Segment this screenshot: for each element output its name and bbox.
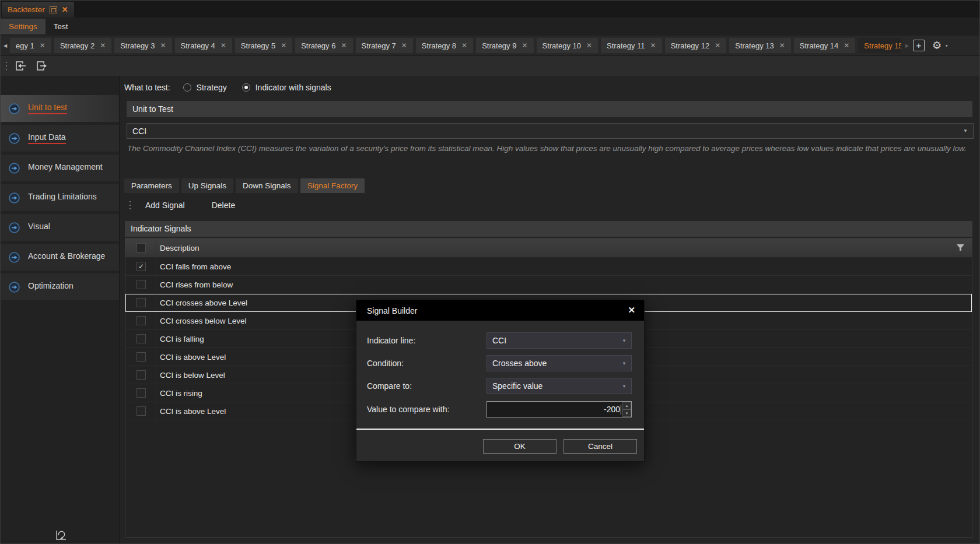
- row-checkbox[interactable]: [136, 334, 146, 343]
- tab-parameters[interactable]: Parameters: [124, 178, 179, 193]
- table-row[interactable]: CCI rises from below: [125, 276, 972, 294]
- close-icon[interactable]: ✕: [160, 41, 166, 50]
- row-checkbox[interactable]: [136, 316, 146, 325]
- cancel-button[interactable]: Cancel: [564, 439, 637, 454]
- gear-icon[interactable]: ⚙: [932, 38, 942, 52]
- row-checkbox[interactable]: [136, 298, 146, 307]
- strategy-tab[interactable]: Strategy 11✕: [601, 38, 662, 53]
- close-icon[interactable]: ✕: [341, 41, 346, 50]
- sidebar-item-input-data[interactable]: Input Data: [1, 125, 119, 152]
- tab-settings[interactable]: Settings: [1, 19, 46, 34]
- radio-option-indicator-with-signals[interactable]: Indicator with signals: [242, 83, 331, 92]
- refresh-icon[interactable]: [54, 528, 67, 541]
- strategy-tab[interactable]: Strategy 6✕: [295, 38, 352, 53]
- field-number-input[interactable]: -200▲▼: [487, 401, 632, 417]
- strategy-tab[interactable]: Strategy 10✕: [537, 38, 598, 53]
- field-dropdown[interactable]: CCI▼: [487, 332, 632, 349]
- select-all-checkbox[interactable]: [136, 243, 146, 252]
- toolbar-grip[interactable]: [5, 61, 8, 71]
- tab-signal-factory[interactable]: Signal Factory: [300, 178, 365, 193]
- scroll-right-icon[interactable]: ▶: [902, 36, 912, 55]
- signal-description: CCI is above Level: [160, 353, 226, 362]
- field-dropdown[interactable]: Crosses above▼: [487, 355, 632, 371]
- sidebar-item-trading-limitations[interactable]: Trading Limitations: [1, 184, 119, 211]
- signals-table-header[interactable]: Description: [125, 238, 972, 258]
- row-checkbox[interactable]: [136, 406, 146, 416]
- strategy-tab[interactable]: Strategy 5✕: [235, 38, 292, 53]
- close-icon[interactable]: ✕: [844, 41, 849, 50]
- restore-window-icon[interactable]: [50, 6, 57, 13]
- sidebar-item-unit-to-test[interactable]: Unit to test: [1, 95, 119, 122]
- dropdown-value[interactable]: CCI▼: [487, 332, 632, 349]
- add-signal-button[interactable]: Add Signal: [137, 201, 193, 210]
- strategy-tab[interactable]: Strategy 14✕: [794, 38, 856, 53]
- close-icon[interactable]: ✕: [586, 41, 592, 50]
- sidebar-item-account-brokerage[interactable]: Account & Brokerage: [1, 244, 119, 271]
- row-checkbox[interactable]: ✓: [136, 262, 146, 271]
- import-settings-button[interactable]: [13, 59, 27, 73]
- number-input[interactable]: -200▲▼: [487, 401, 632, 417]
- close-icon[interactable]: ✕: [779, 41, 785, 50]
- strategy-tab[interactable]: Strategy 12✕: [665, 38, 727, 53]
- close-icon[interactable]: ✕: [281, 41, 286, 50]
- delete-signal-button[interactable]: Delete: [204, 201, 243, 210]
- close-icon[interactable]: ✕: [715, 41, 720, 50]
- strategy-tab[interactable]: Strategy 2✕: [54, 38, 111, 53]
- sidebar-item-money-management[interactable]: Money Management: [1, 155, 119, 181]
- export-settings-button[interactable]: [34, 59, 48, 73]
- close-icon[interactable]: ✕: [40, 41, 46, 50]
- strategy-tab[interactable]: egy 1✕: [10, 38, 51, 53]
- dropdown-value[interactable]: Crosses above▼: [487, 355, 632, 371]
- close-icon[interactable]: ✕: [522, 41, 527, 50]
- text-cursor: [621, 405, 621, 415]
- filter-icon[interactable]: [956, 244, 965, 252]
- doc-tab-backtester[interactable]: Backtester ✕: [2, 2, 74, 17]
- strategy-tab[interactable]: Strategy 9✕: [476, 38, 533, 53]
- strategy-tab-label: Strategy 5: [241, 41, 275, 50]
- close-icon[interactable]: ✕: [220, 41, 226, 50]
- sidebar-item-optimization[interactable]: Optimization: [1, 273, 119, 300]
- ok-button[interactable]: OK: [483, 439, 556, 454]
- sidebar-item-visual[interactable]: Visual: [1, 214, 119, 241]
- row-checkbox[interactable]: [136, 370, 146, 380]
- close-icon[interactable]: ✕: [100, 41, 106, 50]
- spin-down-button[interactable]: ▼: [622, 409, 631, 417]
- close-icon[interactable]: ✕: [628, 305, 635, 315]
- close-icon[interactable]: ✕: [401, 41, 407, 50]
- strategy-tab[interactable]: Strategy 15✕: [858, 38, 901, 53]
- unit-combobox[interactable]: CCI ▼: [127, 123, 974, 139]
- tab-up-signals[interactable]: Up Signals: [181, 178, 233, 193]
- close-icon[interactable]: ✕: [62, 5, 68, 14]
- table-row[interactable]: ✓CCI falls from above: [125, 258, 972, 276]
- row-checkbox[interactable]: [136, 280, 146, 289]
- dialog-titlebar[interactable]: Signal Builder: [356, 300, 644, 321]
- add-strategy-button[interactable]: +: [913, 40, 925, 51]
- arrow-circle-icon: [8, 281, 20, 293]
- signal-description: CCI is falling: [160, 335, 204, 343]
- tab-down-signals[interactable]: Down Signals: [236, 178, 298, 193]
- strategy-tab[interactable]: Strategy 8✕: [416, 38, 473, 53]
- settings-sidebar: Unit to testInput DataMoney ManagementTr…: [1, 76, 120, 544]
- radio-option-strategy[interactable]: Strategy: [183, 83, 227, 92]
- strategy-tab[interactable]: Strategy 4✕: [175, 38, 232, 53]
- row-checkbox[interactable]: [136, 388, 146, 398]
- tab-test[interactable]: Test: [46, 19, 76, 34]
- signal-toolbar-grip[interactable]: [129, 200, 131, 210]
- chevron-down-icon: ▼: [622, 361, 626, 366]
- field-dropdown[interactable]: Specific value▼: [487, 378, 632, 394]
- close-icon[interactable]: ✕: [650, 41, 656, 50]
- description-column-header: Description: [160, 244, 200, 252]
- strategy-tab[interactable]: Strategy 7✕: [356, 38, 413, 53]
- scroll-left-icon[interactable]: ◀: [1, 36, 10, 55]
- strategy-settings-group[interactable]: ⚙ ▼: [932, 38, 949, 52]
- close-icon[interactable]: ✕: [461, 41, 467, 50]
- chevron-down-icon[interactable]: ▼: [944, 44, 949, 48]
- signal-tabs: ParametersUp SignalsDown SignalsSignal F…: [124, 178, 365, 193]
- strategy-tab[interactable]: Strategy 3✕: [114, 38, 172, 53]
- spin-up-button[interactable]: ▲: [622, 402, 631, 409]
- strategy-tab[interactable]: Strategy 13✕: [729, 38, 791, 53]
- dropdown-value[interactable]: Specific value▼: [487, 378, 632, 394]
- radio-button[interactable]: [183, 83, 191, 92]
- radio-button[interactable]: [242, 83, 250, 92]
- row-checkbox[interactable]: [136, 352, 146, 362]
